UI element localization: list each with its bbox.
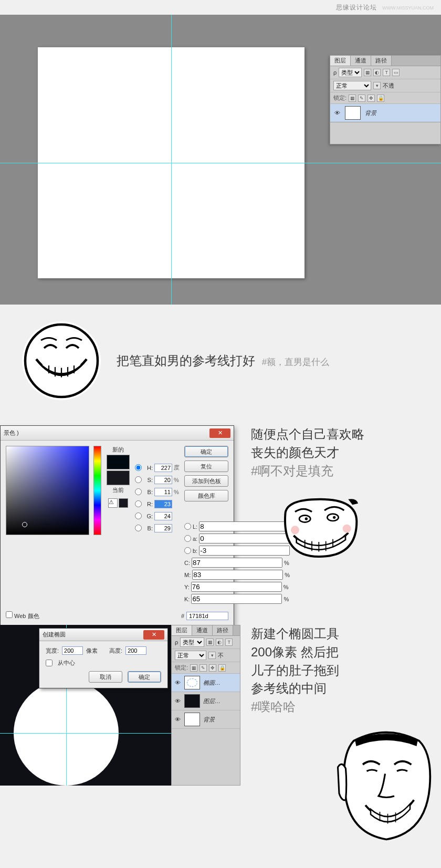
add-swatch-button[interactable]: 添加到色板 — [184, 475, 228, 487]
tab-channels[interactable]: 通道 — [351, 56, 371, 66]
radio-l[interactable] — [184, 523, 191, 530]
thumb-ellipse[interactable] — [184, 676, 200, 689]
filter-image-icon[interactable]: ▦ — [364, 69, 371, 76]
ellipse-cancel-button[interactable]: 取消 — [89, 671, 122, 683]
tab-layers-2[interactable]: 图层 — [172, 625, 192, 635]
filter-image-icon-2[interactable]: ▦ — [206, 639, 214, 646]
layer-row-background[interactable]: 👁 背景 — [330, 104, 440, 122]
color-picker-dialog: 景色 ) ✕ 新的 当前 ⚠ — [0, 425, 234, 626]
radio-h[interactable] — [135, 464, 142, 471]
color-field-marker[interactable] — [22, 522, 27, 527]
blend-mode-select-2[interactable]: 正常 — [175, 651, 206, 660]
input-lb[interactable] — [199, 546, 290, 556]
thumb-layer[interactable] — [184, 694, 200, 708]
ellipse-dialog-close-button[interactable]: ✕ — [143, 630, 164, 640]
hex-input[interactable] — [186, 612, 228, 620]
close-button[interactable]: ✕ — [209, 428, 230, 438]
layer-row-layer[interactable]: 👁 图层… — [172, 692, 240, 710]
input-h[interactable] — [154, 464, 172, 472]
caption1-text: 把笔直如男的参考线打好 — [117, 353, 255, 368]
input-r[interactable] — [154, 500, 172, 508]
input-s[interactable] — [154, 476, 172, 484]
color-field[interactable] — [6, 446, 89, 535]
layer-filter-select[interactable]: 类型 — [339, 68, 362, 77]
caption-1: 把笔直如男的参考线打好 #额，直男是什么 — [22, 321, 329, 400]
tab-channels-2[interactable]: 通道 — [192, 625, 213, 635]
radio-bb[interactable] — [135, 525, 142, 531]
lock-move-icon-2[interactable]: ✥ — [209, 664, 216, 672]
label-b: B: — [143, 489, 153, 495]
eye-icon-ellipse[interactable]: 👁 — [174, 679, 181, 686]
filter-text-icon-2[interactable]: T — [225, 639, 233, 646]
input-y[interactable] — [191, 582, 282, 592]
layer-row-ellipse[interactable]: 👁 椭圆… — [172, 674, 240, 692]
blend-dropdown-icon-2[interactable]: ▾ — [208, 652, 216, 659]
opacity-hint-2: 不 — [218, 652, 224, 660]
lock-all-icon[interactable]: 🔒 — [377, 95, 384, 102]
dark-canvas[interactable]: 创建椭圆 ✕ 宽度: 像素 高度: 从中心 — [0, 625, 171, 786]
tab-paths[interactable]: 路径 — [371, 56, 392, 66]
radio-r[interactable] — [135, 500, 142, 507]
layer-row-bg[interactable]: 👁 背景 — [172, 710, 240, 729]
radio-s[interactable] — [135, 476, 142, 483]
lock-brush-icon[interactable]: ✎ — [358, 95, 365, 102]
ok-button[interactable]: 确定 — [184, 446, 228, 457]
web-colors-checkbox[interactable] — [6, 611, 13, 618]
tab-paths-2[interactable]: 路径 — [213, 625, 233, 635]
meme-troll-face-icon — [278, 494, 362, 565]
radio-a[interactable] — [184, 535, 191, 542]
web-colors-label[interactable]: Web 颜色 — [6, 611, 39, 620]
filter-adjust-icon[interactable]: ◐ — [373, 69, 381, 76]
label-bb: B: — [143, 525, 153, 531]
input-b[interactable] — [154, 488, 172, 496]
blend-dropdown-icon[interactable]: ▾ — [373, 82, 381, 89]
input-l[interactable] — [199, 521, 290, 531]
reset-button[interactable]: 复位 — [184, 461, 228, 472]
color-library-button[interactable]: 颜色库 — [184, 490, 228, 501]
filter-adjust-icon-2[interactable]: ◐ — [216, 639, 223, 646]
lock-move-icon[interactable]: ✥ — [368, 95, 375, 102]
radio-b[interactable] — [135, 488, 142, 495]
caption3-hash: #噗哈哈 — [251, 698, 424, 716]
guide-vertical[interactable] — [171, 15, 172, 305]
filter-text-icon[interactable]: T — [383, 69, 390, 76]
ellipse-ok-button[interactable]: 确定 — [128, 671, 161, 683]
tab-layers[interactable]: 图层 — [330, 56, 351, 66]
lock-pixels-icon[interactable]: ▦ — [349, 95, 356, 102]
caption2-hash: #啊不对是填充 — [251, 462, 419, 480]
eye-icon-bg[interactable]: 👁 — [174, 716, 181, 723]
layer-filter-select-2[interactable]: 类型 — [180, 637, 204, 647]
lock-all-icon-2[interactable]: 🔒 — [218, 664, 226, 672]
layer-name: 背景 — [365, 109, 376, 117]
visibility-eye-icon[interactable]: 👁 — [333, 109, 341, 117]
opacity-hint: 不透 — [383, 82, 394, 90]
height-input[interactable] — [125, 646, 146, 655]
svg-point-16 — [343, 525, 351, 533]
input-g[interactable] — [154, 512, 172, 520]
lock-brush-icon-2[interactable]: ✎ — [200, 664, 207, 672]
swatch-warning-icon[interactable]: ⚠ — [108, 498, 118, 508]
width-input[interactable] — [62, 646, 83, 655]
hue-slider[interactable] — [93, 446, 101, 535]
radio-lb[interactable] — [184, 547, 191, 554]
lock-pixels-icon-2[interactable]: ▦ — [190, 664, 197, 672]
radio-g[interactable] — [135, 513, 142, 519]
lock-label: 锁定: — [333, 94, 346, 102]
caption3-line4: 参考线的中间 — [251, 679, 424, 698]
input-a[interactable] — [199, 534, 290, 543]
swatch-current — [107, 470, 130, 485]
input-c[interactable] — [192, 558, 282, 568]
input-k[interactable] — [191, 594, 282, 604]
from-center-checkbox[interactable] — [46, 660, 52, 666]
swatch-nearest[interactable] — [119, 498, 128, 508]
blend-mode-select[interactable]: 正常 — [333, 81, 371, 90]
unit-b: % — [174, 489, 180, 495]
input-m[interactable] — [192, 570, 283, 580]
filter-shape-icon[interactable]: ▭ — [392, 69, 400, 76]
eye-icon-layer[interactable]: 👁 — [174, 697, 181, 705]
thumb-bg[interactable] — [184, 713, 200, 726]
guide-horizontal[interactable] — [0, 163, 441, 163]
guide-horizontal-2[interactable] — [0, 733, 171, 734]
layer-thumbnail[interactable] — [345, 106, 361, 120]
input-bb[interactable] — [154, 524, 172, 532]
